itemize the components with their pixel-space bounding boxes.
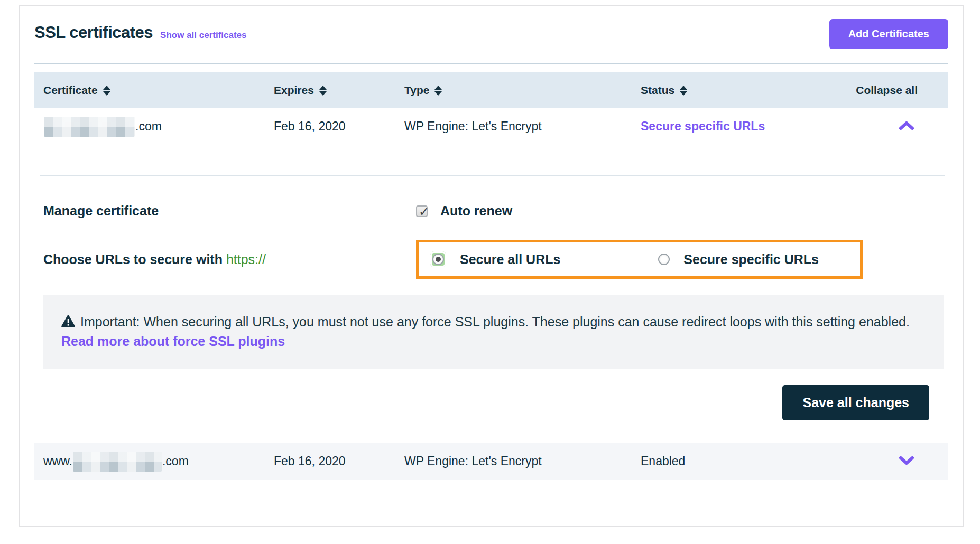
status-link-secure-specific-urls[interactable]: Secure specific URLs (641, 119, 765, 133)
table-row-certificate-2: www..com Feb 16, 2020 WP Engine: Let's E… (34, 443, 948, 480)
header-divider (34, 63, 948, 64)
warning-message-box: Important: When securing all URLs, you m… (43, 295, 944, 369)
expires-cell: Feb 16, 2020 (274, 119, 404, 134)
chevron-down-icon[interactable] (899, 454, 914, 468)
save-all-changes-button[interactable]: Save all changes (782, 385, 929, 420)
manage-certificate-row: Manage certificate ✓ Auto renew (34, 203, 948, 219)
radio-unselected-icon[interactable] (658, 254, 670, 265)
column-header-status: Status (641, 84, 674, 97)
radio-option-secure-specific-urls[interactable]: Secure specific URLs (658, 252, 819, 267)
table-header-row: Certificate Expires Type Status (34, 72, 948, 108)
certificate-name-cell: .com (34, 117, 274, 137)
checkmark-icon: ✓ (419, 204, 429, 219)
auto-renew-checkbox[interactable]: ✓ (416, 205, 428, 217)
panel-divider (40, 175, 945, 176)
manage-certificate-label: Manage certificate (34, 203, 416, 219)
save-row: Save all changes (34, 385, 948, 420)
radio-selected-icon[interactable] (432, 254, 444, 265)
https-protocol-text: https:// (226, 252, 266, 267)
radio-label-secure-all: Secure all URLs (460, 252, 560, 267)
choose-urls-row: Choose URLs to secure with https:// Secu… (34, 240, 948, 279)
redacted-domain-blur (73, 452, 162, 472)
certificate-name-cell: www..com (34, 452, 274, 472)
certificate-suffix: .com (135, 119, 162, 134)
sort-icon-type[interactable] (434, 86, 442, 96)
radio-focus-ring (430, 251, 446, 267)
table-row-certificate-1: .com Feb 16, 2020 WP Engine: Let's Encry… (34, 108, 948, 145)
expires-cell: Feb 16, 2020 (274, 454, 404, 468)
choose-urls-text: Choose URLs to secure with (43, 252, 223, 267)
sort-icon-expires[interactable] (319, 86, 327, 96)
redacted-domain-blur (44, 117, 135, 137)
certificate-suffix: .com (162, 454, 189, 468)
certificate-prefix: www. (43, 454, 72, 468)
secure-urls-radio-group-highlighted: Secure all URLs Secure specific URLs (416, 240, 863, 279)
sort-icon-certificate[interactable] (103, 86, 110, 96)
warning-text: Important: When securing all URLs, you m… (80, 314, 910, 329)
auto-renew-label: Auto renew (440, 203, 512, 219)
read-more-force-ssl-link[interactable]: Read more about force SSL plugins (61, 334, 285, 349)
add-certificates-button[interactable]: Add Certificates (829, 19, 948, 49)
warning-triangle-icon (61, 314, 75, 332)
sort-icon-status[interactable] (680, 86, 687, 96)
ssl-certificates-card: SSL certificates Show all certificates A… (19, 5, 964, 527)
column-header-type: Type (404, 84, 429, 97)
certificates-table: Certificate Expires Type Status (34, 72, 948, 480)
chevron-up-icon[interactable] (899, 119, 914, 134)
column-header-certificate: Certificate (43, 84, 98, 97)
choose-urls-label: Choose URLs to secure with https:// (34, 252, 416, 267)
show-all-certificates-link[interactable]: Show all certificates (160, 30, 246, 41)
page-title: SSL certificates (34, 23, 153, 42)
radio-label-secure-specific: Secure specific URLs (683, 252, 819, 267)
column-header-expires: Expires (274, 84, 314, 97)
collapse-all-control[interactable]: Collapse all (856, 84, 918, 96)
certificate-detail-panel: Manage certificate ✓ Auto renew Choose U… (34, 145, 948, 443)
page-header: SSL certificates Show all certificates A… (34, 19, 948, 49)
type-cell: WP Engine: Let's Encrypt (404, 454, 641, 468)
status-text-enabled: Enabled (641, 454, 843, 468)
type-cell: WP Engine: Let's Encrypt (404, 119, 641, 134)
radio-option-secure-all-urls[interactable]: Secure all URLs (430, 251, 560, 267)
